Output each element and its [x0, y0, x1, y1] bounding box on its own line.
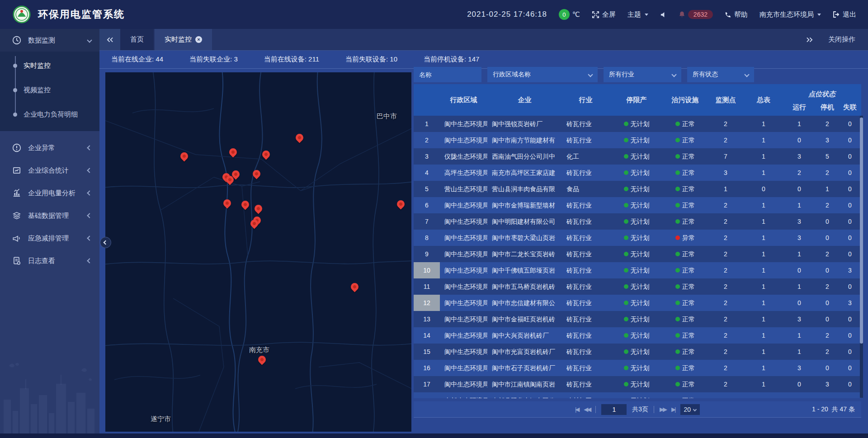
tab-home[interactable]: 首页	[120, 29, 154, 50]
table-row[interactable]: 8 阆中生态环境局 阆中市枣碧大梁山页岩 砖瓦行业 无计划 异常 2 1 3 0…	[414, 230, 861, 246]
table-row[interactable]: 17 阆中生态环境局 阆中市江南镇阆南页岩 砖瓦行业 无计划 正常 2 1 0 …	[414, 376, 861, 392]
cell-lost: 0	[839, 181, 861, 197]
status-dot-green	[624, 170, 628, 175]
panel-collapse-button[interactable]	[100, 237, 111, 248]
help-button[interactable]: 帮助	[725, 10, 748, 19]
mute-button[interactable]	[660, 11, 667, 18]
cell-facility: 正常	[664, 181, 707, 197]
cell-run: 0	[783, 132, 816, 148]
cell-points: 2	[707, 295, 745, 311]
cell-limit: 无计划	[609, 262, 664, 278]
page-number-input[interactable]	[601, 404, 627, 415]
tabs-scroll-left-button[interactable]	[99, 29, 120, 50]
divider	[654, 406, 654, 413]
cell-lost: 0	[839, 376, 861, 392]
sidebar-item-base-data[interactable]: 基础数据管理	[0, 204, 99, 227]
log-document-icon	[12, 256, 22, 266]
fullscreen-button[interactable]: 全屏	[592, 10, 616, 19]
table-row[interactable]: 5 营山生态环境局 营山县润丰肉食品有限 食品 无计划 正常 1 0 0 1 0	[414, 181, 861, 197]
sidebar-subitem[interactable]: 视频监控	[0, 78, 99, 102]
city-skyline-decoration	[0, 357, 99, 438]
cell-facility: 正常	[664, 278, 707, 295]
map-panel[interactable]: 巴中市 南充市 遂宁市	[105, 72, 411, 432]
tab-realtime-monitoring[interactable]: 实时监控 ×	[155, 29, 212, 50]
theme-menu[interactable]: 主题	[627, 10, 648, 19]
sidebar-item-enterprise-abnormal[interactable]: 企业异常	[0, 137, 99, 159]
status-dot-green	[624, 235, 628, 240]
next-page-button[interactable]: ▶▶	[660, 406, 666, 413]
status-dot	[675, 268, 680, 273]
cell-industry: 砖瓦行业	[562, 360, 609, 376]
name-search-input[interactable]	[414, 67, 481, 82]
double-chevron-right-icon[interactable]	[806, 37, 813, 43]
close-operations-menu[interactable]: 关闭操作	[828, 35, 855, 44]
cell-meter: 1	[745, 132, 783, 148]
header-point-status-group: 点位状态	[783, 90, 861, 99]
cell-facility: 正常	[664, 148, 707, 165]
scrollbar-thumb[interactable]	[860, 118, 863, 344]
logout-icon	[833, 11, 840, 18]
cell-industry: 砖瓦行业	[562, 344, 609, 360]
region-select[interactable]: 行政区域名称	[487, 67, 598, 82]
table-row[interactable]: 11 阆中生态环境局 阆中市五马桥页岩机砖 砖瓦行业 无计划 正常 2 1 1 …	[414, 278, 861, 295]
logout-button[interactable]: 退出	[833, 10, 856, 19]
caret-down-icon	[817, 14, 821, 16]
cell-industry: 食品	[562, 181, 609, 197]
tab-close-icon[interactable]: ×	[195, 36, 202, 43]
notifications[interactable]: 2632	[679, 10, 713, 19]
prev-page-button[interactable]: ◀◀	[584, 406, 590, 413]
cell-run: 0	[783, 262, 816, 278]
sidebar-item-power-analysis[interactable]: 企业用电量分析	[0, 182, 99, 204]
cell-industry: 砖瓦行业	[562, 376, 609, 392]
table-row[interactable]: 15 阆中生态环境局 阆中市光富页岩机砖厂 砖瓦行业 无计划 正常 2 1 1 …	[414, 344, 861, 360]
cell-stop: 3	[816, 376, 839, 392]
table-row[interactable]: 7 阆中生态环境局 阆中明阳建材有限公司 砖瓦行业 无计划 正常 2 1 3 0…	[414, 213, 861, 230]
cell-meter: 1	[745, 311, 783, 327]
cell-lost: 3	[839, 295, 861, 311]
table-row[interactable]: 9 阆中生态环境局 阆中市二龙长宝页岩砖 砖瓦行业 无计划 正常 2 1 1 2…	[414, 246, 861, 262]
sidebar-item-enterprise-statistics[interactable]: 企业综合统计	[0, 159, 99, 182]
cell-lost: 0	[839, 230, 861, 246]
cell-region: 阆中生态环境局	[440, 344, 487, 360]
cell-meter: 1	[745, 262, 783, 278]
cell-lost: 3	[839, 262, 861, 278]
stat-item: 当前在线企业: 44	[111, 55, 163, 64]
table-row[interactable]: 12 阆中生态环境局 阆中市忠信建材有限公 砖瓦行业 无计划 正常 2 1 0 …	[414, 295, 861, 311]
table-row[interactable]: 13 阆中生态环境局 阆中市金福旺页岩机砖 砖瓦行业 无计划 正常 2 1 3 …	[414, 311, 861, 327]
org-menu[interactable]: 南充市生态环境局	[760, 10, 821, 19]
alert-circle-icon	[12, 143, 22, 153]
status-select[interactable]: 所有状态	[687, 67, 754, 82]
cell-run: 0	[783, 295, 816, 311]
industry-select[interactable]: 所有行业	[604, 67, 681, 82]
record-range-label: 1 - 20 共 47 条	[812, 405, 855, 414]
sidebar-subitem[interactable]: 实时监控	[0, 53, 99, 78]
table-row[interactable]: 1 阆中生态环境局 阆中强锐页岩砖厂 砖瓦行业 无计划 正常 2 1 1 2 0	[414, 116, 861, 132]
table-row[interactable]: 14 阆中生态环境局 阆中大兴页岩机砖厂 砖瓦行业 无计划 正常 2 1 1 2…	[414, 327, 861, 344]
cell-run: 1	[783, 116, 816, 132]
table-row[interactable]: 2 阆中生态环境局 阆中市南方节能建材有 砖瓦行业 无计划 正常 2 1 0 3…	[414, 132, 861, 148]
table-scrollbar[interactable]	[860, 116, 863, 398]
page-size-select[interactable]: 20	[680, 404, 700, 415]
cell-limit: 无计划	[609, 392, 664, 398]
sidebar-item-data-monitoring[interactable]: 数据监测	[0, 29, 99, 52]
table-row[interactable]: 16 阆中生态环境局 阆中市石子页岩机砖厂 砖瓦行业 无计划 正常 2 1 3 …	[414, 360, 861, 376]
sidebar-subitem[interactable]: 企业电力负荷明细	[0, 102, 99, 127]
table-body: 1 阆中生态环境局 阆中强锐页岩砖厂 砖瓦行业 无计划 正常 2 1 1 2 0	[414, 116, 861, 398]
sidebar-item-logs[interactable]: 日志查看	[0, 250, 99, 272]
total-pages-label: 共3页	[632, 405, 648, 414]
table-row[interactable]: 10 阆中生态环境局 阆中千佛镇五郎垭页岩 砖瓦行业 无计划 正常 2 1 0 …	[414, 262, 861, 278]
cell-industry: 砖瓦行业	[562, 246, 609, 262]
table-row[interactable]: 18 南部生态环境局 南部县双华土河有限公 建材加工 无计划 正常 2 1 0 …	[414, 392, 861, 398]
enterprise-table-panel: 行政区域名称 所有行业 所有状态 行政区域 企业 行业 停限产 治污设施 监测点…	[414, 67, 861, 429]
cell-stop: 1	[816, 181, 839, 197]
table-row[interactable]: 4 高坪生态环境局 南充市高坪区王家店建 砖瓦行业 无计划 正常 3 1 2 2…	[414, 165, 861, 181]
first-page-button[interactable]: |◀	[575, 406, 578, 413]
last-page-button[interactable]: ▶|	[671, 406, 675, 413]
table-row[interactable]: 6 阆中生态环境局 阆中市金博瑞新型墙材 砖瓦行业 无计划 正常 2 1 1 2…	[414, 197, 861, 213]
cell-region: 仪陇生态环境局	[440, 148, 487, 165]
cell-lost: 0	[839, 360, 861, 376]
cell-points: 2	[707, 116, 745, 132]
table-row[interactable]: 3 仪陇生态环境局 西南油气田分公司川中 化工 无计划 正常 7 1 3 5 0	[414, 148, 861, 165]
sidebar-item-emergency-reduction[interactable]: 应急减排管理	[0, 227, 99, 250]
header-company: 企业	[487, 96, 562, 104]
